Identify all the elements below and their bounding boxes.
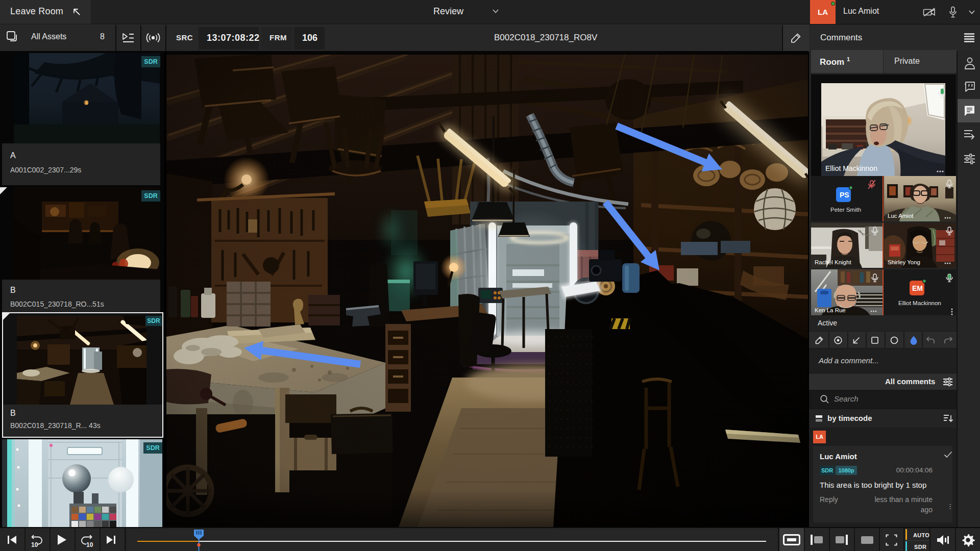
svg-text:Elliot Mackinnon: Elliot Mackinnon [898, 300, 941, 306]
svg-text:Peter Smith: Peter Smith [830, 207, 861, 213]
svg-text:10: 10 [31, 541, 38, 547]
svg-text:10: 10 [86, 541, 93, 547]
svg-text:Ken La Rue: Ken La Rue [815, 307, 846, 313]
svg-text:EM: EM [912, 284, 923, 292]
svg-text:Shirley Yong: Shirley Yong [888, 259, 920, 265]
svg-text:Rachel Knight: Rachel Knight [815, 259, 851, 265]
svg-text:PS: PS [840, 191, 849, 199]
svg-text:Elliot Mackinnon: Elliot Mackinnon [825, 164, 877, 172]
svg-text:Luc Amiot: Luc Amiot [888, 213, 914, 219]
